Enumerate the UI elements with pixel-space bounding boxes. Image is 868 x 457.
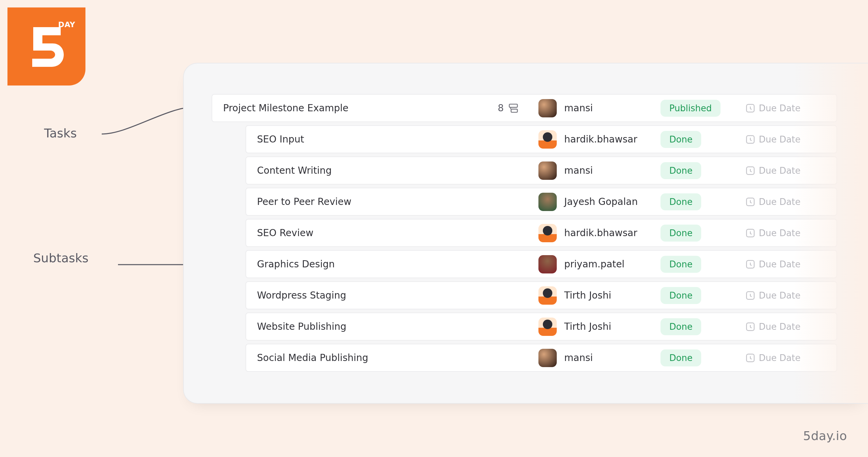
subtask-assignee[interactable]: priyam.patel <box>538 255 660 273</box>
subtask-name: SEO Review <box>257 227 498 239</box>
clock-icon <box>745 290 755 301</box>
clock-icon <box>745 322 755 332</box>
subtask-assignee[interactable]: hardik.bhawsar <box>538 224 660 242</box>
brand-logo: DAY <box>7 7 85 85</box>
avatar <box>538 318 557 336</box>
svg-rect-1 <box>511 109 517 112</box>
due-date[interactable]: Due Date <box>745 166 801 176</box>
status-badge[interactable]: Done <box>660 349 701 366</box>
subtask-name: Social Media Publishing <box>257 352 498 363</box>
logo-day-text: DAY <box>58 20 75 29</box>
assignee-name: mansi <box>564 165 593 176</box>
footer-brand: 5day.io <box>803 429 847 443</box>
subtask-name: Content Writing <box>257 165 498 176</box>
subtask-row[interactable]: Peer to Peer ReviewJayesh GopalanDoneDue… <box>245 188 837 216</box>
due-date[interactable]: Due Date <box>745 290 801 301</box>
assignee-name: Jayesh Gopalan <box>564 196 638 207</box>
subtask-row[interactable]: Graphics Designpriyam.patelDoneDue Date <box>245 250 837 278</box>
subtask-assignee[interactable]: Tirth Joshi <box>538 286 660 305</box>
subtask-name: Website Publishing <box>257 321 498 332</box>
due-date[interactable]: Due Date <box>745 103 801 113</box>
subtask-name: Wordpress Staging <box>257 290 498 301</box>
status-badge[interactable]: Done <box>660 225 701 242</box>
annotation-tasks: Tasks <box>44 126 77 140</box>
assignee-name: hardik.bhawsar <box>564 134 637 145</box>
due-date[interactable]: Due Date <box>745 353 801 363</box>
subtask-list: SEO Inputhardik.bhawsarDoneDue DateConte… <box>212 125 868 372</box>
annotation-subtasks: Subtasks <box>33 251 88 265</box>
subtask-row[interactable]: Wordpress StagingTirth JoshiDoneDue Date <box>245 281 837 309</box>
due-date[interactable]: Due Date <box>745 228 801 238</box>
clock-icon <box>745 197 755 207</box>
subtask-row[interactable]: Website PublishingTirth JoshiDoneDue Dat… <box>245 312 837 341</box>
due-date[interactable]: Due Date <box>745 322 801 332</box>
assignee-name: hardik.bhawsar <box>564 227 637 239</box>
avatar <box>538 255 557 273</box>
assignee-name: priyam.patel <box>564 259 625 270</box>
status-badge[interactable]: Done <box>660 131 701 148</box>
assignee-name: mansi <box>564 102 593 114</box>
svg-rect-0 <box>509 104 517 107</box>
subtask-assignee[interactable]: Tirth Joshi <box>538 318 660 336</box>
due-date[interactable]: Due Date <box>745 259 801 269</box>
due-date[interactable]: Due Date <box>745 197 801 207</box>
status-badge[interactable]: Done <box>660 193 701 210</box>
clock-icon <box>745 353 755 363</box>
subtask-assignee[interactable]: mansi <box>538 349 660 367</box>
subtask-row[interactable]: Content WritingmansiDoneDue Date <box>245 156 837 185</box>
avatar <box>538 224 557 242</box>
status-badge[interactable]: Published <box>660 100 721 117</box>
subtask-row[interactable]: SEO Reviewhardik.bhawsarDoneDue Date <box>245 219 837 247</box>
assignee-name: Tirth Joshi <box>564 290 611 301</box>
subtask-assignee[interactable]: mansi <box>538 161 660 180</box>
clock-icon <box>745 228 755 238</box>
task-panel: Project Milestone Example 8 mansi Publis… <box>183 63 868 404</box>
due-date[interactable]: Due Date <box>745 134 801 145</box>
status-badge[interactable]: Done <box>660 256 701 273</box>
subtask-assignee[interactable]: Jayesh Gopalan <box>538 193 660 211</box>
assignee-name: mansi <box>564 352 593 363</box>
task-name: Project Milestone Example <box>223 102 498 114</box>
subtask-name: Graphics Design <box>257 259 498 270</box>
task-assignee[interactable]: mansi <box>538 99 660 117</box>
avatar <box>538 99 557 117</box>
clock-icon <box>745 259 755 269</box>
subtask-name: Peer to Peer Review <box>257 196 498 207</box>
subtask-name: SEO Input <box>257 134 498 145</box>
status-badge[interactable]: Done <box>660 318 701 335</box>
status-badge[interactable]: Done <box>660 287 701 304</box>
clock-icon <box>745 166 755 176</box>
clock-icon <box>745 103 755 113</box>
assignee-name: Tirth Joshi <box>564 321 611 332</box>
subtask-row[interactable]: SEO Inputhardik.bhawsarDoneDue Date <box>245 125 837 153</box>
task-row[interactable]: Project Milestone Example 8 mansi Publis… <box>212 94 837 122</box>
subtask-assignee[interactable]: hardik.bhawsar <box>538 130 660 149</box>
clock-icon <box>745 134 755 145</box>
subtasks-icon <box>508 103 519 114</box>
subtask-count: 8 <box>498 102 538 114</box>
avatar <box>538 161 557 180</box>
status-badge[interactable]: Done <box>660 162 701 179</box>
subtask-row[interactable]: Social Media PublishingmansiDoneDue Date <box>245 344 837 372</box>
avatar <box>538 193 557 211</box>
avatar <box>538 349 557 367</box>
avatar <box>538 130 557 149</box>
avatar <box>538 286 557 305</box>
